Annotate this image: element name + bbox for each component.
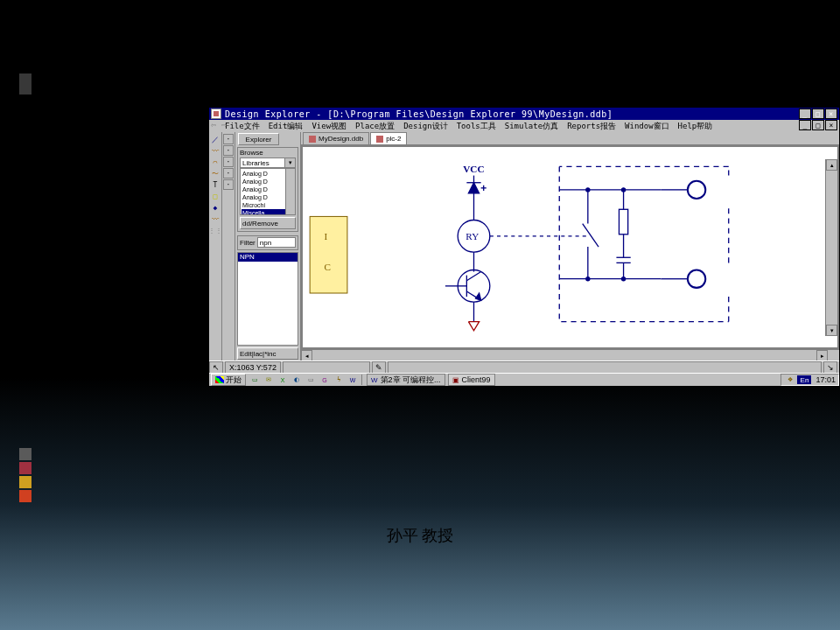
tool-button[interactable]: 〰 xyxy=(210,214,220,224)
svg-line-20 xyxy=(583,224,598,247)
quicklaunch-icon[interactable]: X xyxy=(276,374,289,385)
quicklaunch-icon[interactable]: ▭ xyxy=(304,374,317,385)
components-listbox[interactable]: NPN xyxy=(237,252,298,346)
component-label-i: I xyxy=(324,231,327,242)
task-label: Client99 xyxy=(462,375,491,384)
tool-button[interactable]: □ xyxy=(210,191,220,201)
tool-button[interactable]: ◆ xyxy=(210,202,220,213)
vertical-scrollbar[interactable]: ▴ ▾ xyxy=(825,159,837,336)
menu-item[interactable]: File文件 xyxy=(225,122,260,130)
menu-item[interactable]: Simulate仿真 xyxy=(505,122,558,130)
filter-input[interactable]: npn xyxy=(257,237,296,248)
tool-button[interactable]: 〜 xyxy=(210,168,220,178)
accent-bar xyxy=(19,462,32,474)
minimize-button[interactable]: _ xyxy=(799,108,811,119)
tool-button[interactable]: · xyxy=(223,145,234,156)
doc-maximize-button[interactable]: □ xyxy=(812,120,824,130)
add-remove-button[interactable]: dd/Remove xyxy=(240,217,296,229)
toolstrip-aux: ····· xyxy=(222,132,235,361)
accent-bar xyxy=(19,490,32,502)
explorer-tab[interactable]: Explorer xyxy=(238,133,279,145)
nav-arrows-icon[interactable]: ⇦ ⇨ xyxy=(211,120,227,130)
quicklaunch-icon[interactable]: ϟ xyxy=(332,374,345,385)
taskbar: 开始 ▭✉X◐▭GϟW W第2章 可编程控...▣Client99 ❖ En 1… xyxy=(209,373,839,386)
titlebar[interactable]: Design Explorer - [D:\Program Files\Desi… xyxy=(209,108,839,120)
tool-button[interactable]: ⌒ xyxy=(210,157,220,167)
svg-point-32 xyxy=(622,277,626,281)
tool-button[interactable]: · xyxy=(223,134,234,144)
design-explorer-window: Design Explorer - [D:\Program Files\Desi… xyxy=(208,107,840,387)
svg-marker-2 xyxy=(468,183,479,193)
accent-bar xyxy=(19,476,32,488)
filter-input-value: npn xyxy=(260,239,271,247)
status-cell xyxy=(283,361,370,374)
quicklaunch-icon[interactable]: ◐ xyxy=(290,374,303,385)
menu-item[interactable]: View视图 xyxy=(312,122,346,130)
tool-button[interactable]: · xyxy=(223,157,234,167)
menu-item[interactable]: Reports报告 xyxy=(567,122,616,130)
horizontal-scrollbar[interactable]: ◂ ▸ xyxy=(301,349,839,361)
task-label: 第2章 可编程控... xyxy=(381,374,441,386)
svg-point-23 xyxy=(586,277,590,281)
task-icon: W xyxy=(371,376,378,384)
clock: 17:01 xyxy=(816,375,836,384)
status-cursor-icon: ↖ xyxy=(209,361,223,374)
tool-button[interactable]: · xyxy=(223,179,234,190)
maximize-button[interactable]: □ xyxy=(812,108,824,119)
menu-item[interactable]: Place放置 xyxy=(355,122,395,130)
statusbar: ↖ X:1063 Y:572 ✎ ↘ xyxy=(209,360,839,374)
task-buttons: W第2章 可编程控...▣Client99 xyxy=(364,374,495,386)
status-pencil-icon: ✎ xyxy=(372,361,386,374)
doc-minimize-button[interactable]: _ xyxy=(799,120,811,130)
start-label: 开始 xyxy=(226,374,242,386)
start-button[interactable]: 开始 xyxy=(211,374,246,386)
scrollbar[interactable] xyxy=(285,169,295,214)
doc-close-button[interactable]: × xyxy=(825,120,837,130)
system-tray: ❖ En 17:01 xyxy=(780,374,839,386)
svg-rect-25 xyxy=(619,209,627,234)
tool-button[interactable]: 〰 xyxy=(210,145,220,156)
svg-point-36 xyxy=(688,270,705,288)
tool-button[interactable]: · xyxy=(223,168,234,178)
libraries-combobox[interactable]: Libraries ▾ xyxy=(240,158,296,168)
svg-line-12 xyxy=(466,272,480,281)
libraries-listbox[interactable]: Analog DAnalog DAnalog DAnalog DMicrochi… xyxy=(240,168,296,215)
taskbar-button[interactable]: ▣Client99 xyxy=(448,374,495,386)
language-indicator[interactable]: En xyxy=(797,375,811,384)
quick-launch: ▭✉X◐▭GϟW xyxy=(248,374,360,385)
edit-place-include-button[interactable]: Edit|lac|*inc xyxy=(237,347,298,360)
browse-label: Browse xyxy=(240,149,296,157)
tool-button[interactable]: T xyxy=(210,179,220,190)
taskbar-button[interactable]: W第2章 可编程控... xyxy=(367,374,445,386)
quicklaunch-icon[interactable]: G xyxy=(318,374,331,385)
svg-marker-14 xyxy=(476,293,481,300)
document-tab-label: MyDesign.ddb xyxy=(318,135,363,143)
scroll-down-icon[interactable]: ▾ xyxy=(826,325,837,336)
menu-item[interactable]: Tools工具 xyxy=(457,122,496,130)
document-tab[interactable]: plc-2 xyxy=(370,132,407,144)
menu-item[interactable]: Window窗口 xyxy=(625,122,669,130)
tool-button[interactable]: ／ xyxy=(210,134,220,144)
explorer-panel: Explorer Browse Libraries ▾ Analog DAnal… xyxy=(235,132,301,361)
filter-label: Filter xyxy=(240,239,256,247)
list-item[interactable]: NPN xyxy=(238,253,298,262)
chevron-down-icon: ▾ xyxy=(284,158,295,167)
svg-point-31 xyxy=(622,188,626,192)
tool-button[interactable]: ⋮⋮ xyxy=(210,225,220,235)
menu-item[interactable]: Edit编辑 xyxy=(269,122,304,130)
component-label-c: C xyxy=(324,262,330,272)
status-coords: X:1063 Y:572 xyxy=(225,361,281,374)
quicklaunch-icon[interactable]: W xyxy=(346,374,359,385)
document-tabs: MyDesign.ddbplc-2 xyxy=(301,132,839,145)
close-button[interactable]: × xyxy=(825,108,837,119)
slide-footer: 孙平 教授 xyxy=(0,525,840,546)
menu-item[interactable]: Design设计 xyxy=(403,122,448,130)
quicklaunch-icon[interactable]: ▭ xyxy=(248,374,261,385)
document-tab[interactable]: MyDesign.ddb xyxy=(303,132,369,144)
svg-point-34 xyxy=(688,181,705,199)
quicklaunch-icon[interactable]: ✉ xyxy=(262,374,275,385)
scroll-up-icon[interactable]: ▴ xyxy=(826,159,837,171)
schematic-canvas[interactable]: I C VCC xyxy=(302,146,838,348)
menu-item[interactable]: Help帮助 xyxy=(678,122,713,130)
tray-icon[interactable]: ❖ xyxy=(785,375,795,384)
